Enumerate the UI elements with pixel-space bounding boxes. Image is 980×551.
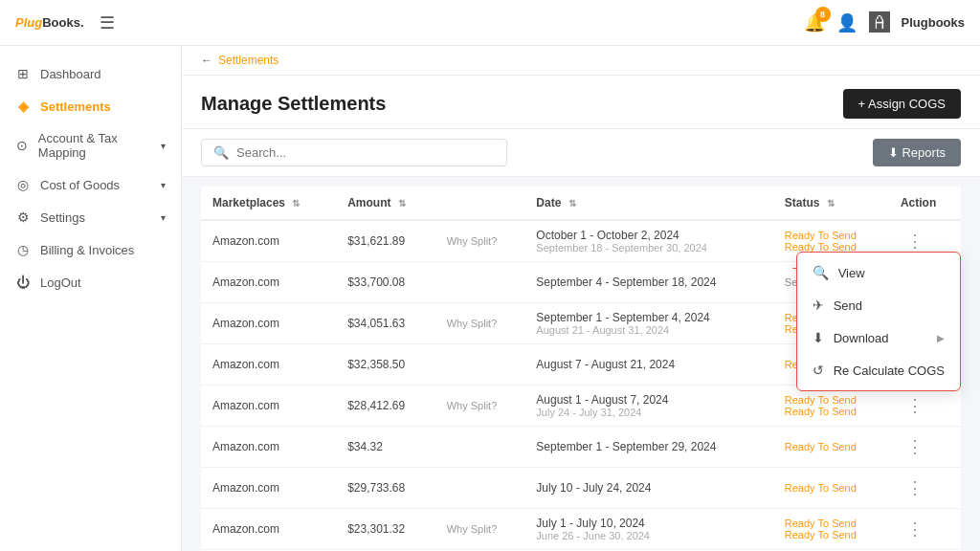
cell-split	[435, 262, 525, 303]
app-container: Plug Books. ☰ 🔔 8 👤 🅰 Plugbooks ⊞ Dashbo…	[0, 0, 980, 551]
reports-button[interactable]: ⬇ Reports	[873, 139, 961, 166]
sidebar-item-label: Cost of Goods	[40, 178, 120, 192]
toolbar: 🔍 ⬇ Reports	[182, 129, 980, 177]
sidebar-item-cost-of-goods[interactable]: ◎ Cost of Goods ▾	[0, 168, 181, 201]
sort-icon[interactable]: ⇅	[292, 198, 300, 209]
breadcrumb: ← Settlements	[182, 46, 980, 76]
table-row: Amazon.com $23,301.32 Why Split? July 1 …	[201, 509, 961, 550]
sidebar-item-billing[interactable]: ◷ Billing & Invoices	[0, 233, 181, 266]
hamburger-menu[interactable]: ☰	[100, 12, 115, 33]
search-box: 🔍	[201, 139, 507, 166]
cell-date: September 1 - September 4, 2024 August 2…	[524, 303, 772, 344]
sort-icon[interactable]: ⇅	[398, 198, 406, 209]
dropdown-item-label: Download	[834, 331, 889, 345]
search-icon: 🔍	[213, 145, 229, 160]
cell-split[interactable]: Why Split?	[435, 220, 525, 262]
chevron-down-icon: ▾	[161, 180, 166, 190]
cell-amount: $34,051.63	[336, 303, 435, 344]
plugbooks-label: Plugbooks	[902, 15, 965, 30]
view-icon: 🔍	[813, 265, 829, 280]
notification-badge: 8	[815, 7, 831, 22]
topbar: Plug Books. ☰ 🔔 8 👤 🅰 Plugbooks	[0, 0, 980, 46]
cell-date: July 10 - July 24, 2024	[524, 468, 772, 509]
sidebar-item-settings[interactable]: ⚙ Settings ▾	[0, 201, 181, 233]
sidebar-item-dashboard[interactable]: ⊞ Dashboard	[0, 57, 181, 90]
action-menu-button[interactable]: ⋮	[901, 475, 930, 500]
cell-date: July 1 - July 10, 2024 June 26 - June 30…	[524, 509, 772, 550]
action-dropdown-menu: 🔍 View ✈ Send ⬇ Download ▶	[796, 252, 961, 391]
action-menu-button[interactable]: ⋮	[901, 434, 930, 459]
action-menu-button[interactable]: ⋮	[901, 393, 930, 418]
settlements-icon: ◈	[15, 99, 31, 114]
cell-status: Ready To Send	[773, 468, 889, 509]
sidebar-item-label: Settings	[40, 210, 85, 225]
topbar-right: 🔔 8 👤 🅰 Plugbooks	[804, 11, 965, 35]
sidebar-item-settlements[interactable]: ◈ Settlements	[0, 90, 181, 122]
cell-marketplace: Amazon.com	[201, 509, 336, 550]
amazon-icon: 🅰	[869, 11, 890, 35]
search-input[interactable]	[236, 145, 495, 160]
dropdown-item-label: View	[838, 266, 865, 280]
cost-icon: ◎	[15, 177, 31, 192]
sidebar-item-account-tax[interactable]: ⊙ Account & Tax Mapping ▾	[0, 122, 181, 168]
action-menu-button[interactable]: ⋮	[901, 517, 930, 541]
cell-date: September 1 - September 29, 2024	[524, 427, 772, 468]
assign-cogs-button[interactable]: + Assign COGS	[843, 89, 961, 119]
cell-split	[435, 468, 525, 509]
cell-marketplace: Amazon.com	[201, 386, 336, 427]
cell-status: Ready To Send Ready To Send	[773, 509, 889, 550]
col-marketplace: Marketplaces ⇅	[201, 187, 336, 220]
col-split	[435, 187, 525, 220]
cell-split[interactable]: Why Split?	[435, 386, 525, 427]
sidebar-item-label: Dashboard	[40, 67, 101, 81]
cell-marketplace: Amazon.com	[201, 262, 336, 303]
action-menu-button[interactable]: ⋮	[901, 229, 930, 253]
cell-split[interactable]: Why Split?	[435, 303, 525, 344]
cell-status: Ready To Send	[773, 427, 889, 468]
col-action: Action	[889, 187, 961, 220]
dropdown-item-label: Send	[834, 298, 862, 313]
cell-date: August 1 - August 7, 2024 July 24 - July…	[524, 386, 772, 427]
cell-action: ⋮	[889, 509, 961, 550]
cell-marketplace: Amazon.com	[201, 427, 336, 468]
cell-marketplace: Amazon.com	[201, 220, 336, 262]
cell-date: August 7 - August 21, 2024	[524, 344, 772, 386]
logo-plug: Plug	[15, 15, 42, 30]
cell-amount: $32,358.50	[336, 344, 435, 386]
sort-icon[interactable]: ⇅	[568, 198, 576, 209]
cell-action: ⋮	[889, 468, 961, 509]
cell-action: ⋮	[889, 427, 961, 468]
sidebar-item-logout[interactable]: ⏻ LogOut	[0, 266, 181, 298]
cell-amount: $28,412.69	[336, 386, 435, 427]
back-arrow-icon[interactable]: ←	[201, 54, 212, 67]
chevron-down-icon: ▾	[161, 141, 166, 151]
account-tax-icon: ⊙	[15, 138, 29, 153]
chevron-down-icon: ▾	[161, 212, 166, 223]
user-icon[interactable]: 👤	[836, 12, 858, 33]
notification-bell[interactable]: 🔔 8	[804, 12, 825, 33]
sort-icon[interactable]: ⇅	[827, 198, 835, 209]
dropdown-item-recalculate[interactable]: ↺ Re Calculate COGS	[797, 354, 960, 386]
page-title: Manage Settlements	[201, 93, 386, 115]
sidebar-item-label: Settlements	[40, 99, 111, 114]
cell-amount: $29,733.68	[336, 468, 435, 509]
cell-split	[435, 427, 525, 468]
cell-amount: $34.32	[336, 427, 435, 468]
sidebar: ⊞ Dashboard ◈ Settlements ⊙ Account & Ta…	[0, 46, 182, 551]
page-header: Manage Settlements + Assign COGS	[182, 76, 980, 129]
dropdown-item-download[interactable]: ⬇ Download ▶	[797, 321, 960, 354]
col-status: Status ⇅	[773, 187, 889, 220]
dropdown-item-send[interactable]: ✈ Send	[797, 289, 960, 321]
cell-split[interactable]: Why Split?	[435, 509, 525, 550]
chevron-right-icon: ▶	[937, 333, 945, 343]
logo: Plug Books.	[15, 15, 84, 30]
send-icon: ✈	[813, 298, 824, 313]
dropdown-item-view[interactable]: 🔍 View	[797, 256, 960, 289]
table-row: Amazon.com $29,733.68 July 10 - July 24,…	[201, 468, 961, 509]
sidebar-item-label: LogOut	[40, 276, 81, 290]
dashboard-icon: ⊞	[15, 66, 31, 81]
recalculate-icon: ↺	[813, 363, 824, 378]
col-amount: Amount ⇅	[336, 187, 435, 220]
billing-icon: ◷	[15, 242, 31, 257]
download-icon: ⬇	[813, 330, 824, 345]
